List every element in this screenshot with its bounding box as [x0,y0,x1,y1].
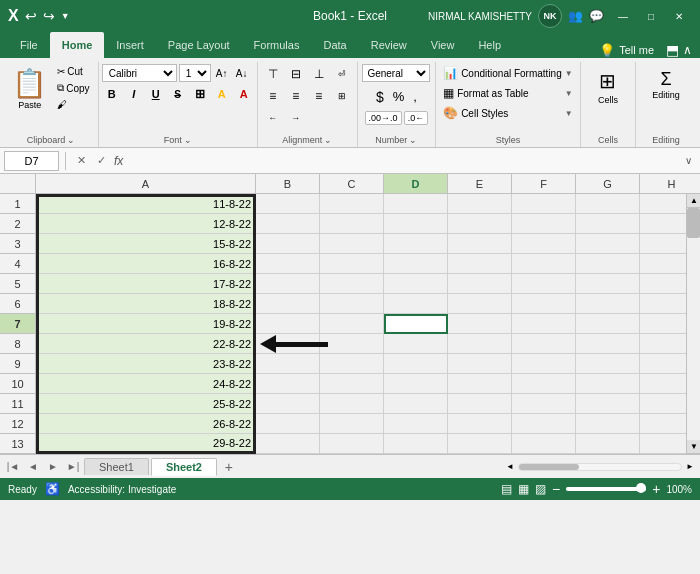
cell-b7[interactable] [256,314,320,334]
share-icon[interactable]: 👥 [568,9,583,23]
cell-g3[interactable] [576,234,640,254]
increase-indent-btn[interactable]: → [285,108,307,128]
accessibility-text[interactable]: Accessibility: Investigate [68,484,176,495]
row-num-12[interactable]: 12 [0,414,35,434]
center-align-btn[interactable]: ≡ [285,86,307,106]
minimize-btn[interactable]: — [610,6,636,26]
zoom-plus-btn[interactable]: + [652,481,660,497]
col-header-b[interactable]: B [256,174,320,193]
cell-d12[interactable] [384,414,448,434]
row-num-3[interactable]: 3 [0,234,35,254]
zoom-slider-thumb[interactable] [636,483,646,493]
cell-d13[interactable] [384,434,448,454]
cell-f8[interactable] [512,334,576,354]
cell-d9[interactable] [384,354,448,374]
cell-b1[interactable] [256,194,320,214]
undo-btn[interactable]: ↩ [25,8,37,24]
merge-center-btn[interactable]: ⊞ [331,86,353,106]
cell-a11[interactable]: 25-8-22 [36,394,256,414]
col-header-h[interactable]: H [640,174,700,193]
bot-align-btn[interactable]: ⊥ [308,64,330,84]
page-layout-btn[interactable]: ▦ [518,482,529,496]
cell-g13[interactable] [576,434,640,454]
cell-b12[interactable] [256,414,320,434]
row-num-9[interactable]: 9 [0,354,35,374]
tab-insert[interactable]: Insert [104,32,156,58]
cell-b4[interactable] [256,254,320,274]
cell-a13[interactable]: 29-8-22 [36,434,256,454]
col-header-d[interactable]: D [384,174,448,193]
row-num-10[interactable]: 10 [0,374,35,394]
maximize-btn[interactable]: □ [638,6,664,26]
cell-c7[interactable] [320,314,384,334]
row-num-1[interactable]: 1 [0,194,35,214]
conditional-formatting-btn[interactable]: 📊 Conditional Formatting ▼ [439,64,577,82]
cell-g5[interactable] [576,274,640,294]
cell-e11[interactable] [448,394,512,414]
tab-view[interactable]: View [419,32,467,58]
cell-h12[interactable] [640,414,686,434]
strikethrough-btn[interactable]: S [168,84,188,104]
zoom-minus-btn[interactable]: − [552,481,560,497]
cell-c11[interactable] [320,394,384,414]
increase-font-btn[interactable]: A↑ [213,64,231,82]
cell-c8[interactable] [320,334,384,354]
cell-h3[interactable] [640,234,686,254]
cell-f11[interactable] [512,394,576,414]
hscroll-track[interactable] [518,463,682,471]
user-avatar[interactable]: NK [538,4,562,28]
cell-a1[interactable]: 11-8-22 [36,194,256,214]
cell-c5[interactable] [320,274,384,294]
clipboard-expand-icon[interactable]: ⌄ [67,135,75,145]
cell-h9[interactable] [640,354,686,374]
cell-e10[interactable] [448,374,512,394]
cell-f3[interactable] [512,234,576,254]
cell-f7[interactable] [512,314,576,334]
cell-f5[interactable] [512,274,576,294]
scroll-thumb[interactable] [687,208,700,238]
copy-btn[interactable]: ⧉ Copy [53,80,93,96]
quick-access-icon[interactable]: ▼ [61,11,70,21]
cell-e13[interactable] [448,434,512,454]
sheet-nav-last[interactable]: ►| [64,458,82,476]
cell-e5[interactable] [448,274,512,294]
cell-h10[interactable] [640,374,686,394]
row-num-8[interactable]: 8 [0,334,35,354]
mid-align-btn[interactable]: ⊟ [285,64,307,84]
cell-g8[interactable] [576,334,640,354]
cell-c6[interactable] [320,294,384,314]
tab-page-layout[interactable]: Page Layout [156,32,242,58]
cell-f9[interactable] [512,354,576,374]
font-expand-icon[interactable]: ⌄ [184,135,192,145]
scroll-up-btn[interactable]: ▲ [687,194,700,208]
row-num-11[interactable]: 11 [0,394,35,414]
tab-review[interactable]: Review [359,32,419,58]
add-sheet-btn[interactable]: + [219,457,239,477]
cell-c13[interactable] [320,434,384,454]
cell-h5[interactable] [640,274,686,294]
collapse-ribbon-icon[interactable]: ∧ [683,43,692,57]
cell-d3[interactable] [384,234,448,254]
cell-a3[interactable]: 15-8-22 [36,234,256,254]
cell-f13[interactable] [512,434,576,454]
cell-c4[interactable] [320,254,384,274]
cell-g6[interactable] [576,294,640,314]
formula-bar-expand-icon[interactable]: ∨ [685,155,692,166]
cell-c3[interactable] [320,234,384,254]
cell-h2[interactable] [640,214,686,234]
decrease-indent-btn[interactable]: ← [262,108,284,128]
cell-c2[interactable] [320,214,384,234]
confirm-formula-btn[interactable]: ✓ [92,152,110,170]
row-num-5[interactable]: 5 [0,274,35,294]
cell-h7[interactable] [640,314,686,334]
sheet-nav-prev[interactable]: ◄ [24,458,42,476]
cell-d8[interactable] [384,334,448,354]
cell-f12[interactable] [512,414,576,434]
font-family-select[interactable]: Calibri [102,64,177,82]
formula-input[interactable] [127,155,681,167]
cell-f2[interactable] [512,214,576,234]
underline-btn[interactable]: U [146,84,166,104]
cell-g11[interactable] [576,394,640,414]
right-align-btn[interactable]: ≡ [308,86,330,106]
cell-b5[interactable] [256,274,320,294]
